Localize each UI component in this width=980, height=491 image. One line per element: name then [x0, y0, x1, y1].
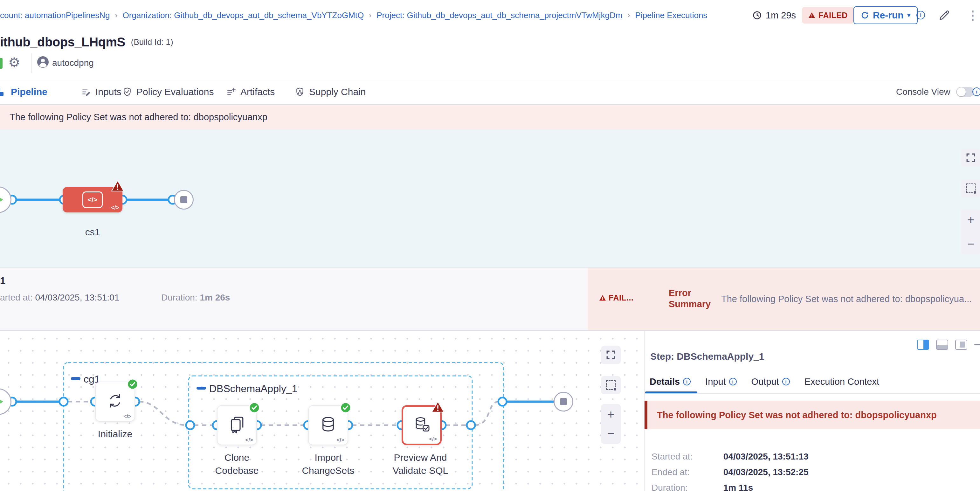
tab-input-label: Input: [705, 377, 726, 387]
refresh-icon: [861, 11, 869, 20]
step-label-import-changesets: Import ChangeSets: [293, 451, 363, 477]
stage-started-at: arted at: 04/03/2025, 13:51:01: [0, 292, 119, 303]
stop-icon: [560, 398, 567, 405]
canvas-fullscreen-button[interactable]: [961, 148, 980, 167]
pipeline-execution-page: count: automationPipelinesNg › Organizat…: [0, 0, 980, 491]
code-glyph: </>: [88, 196, 97, 203]
duration-label: Duration:: [161, 292, 197, 302]
exec-select-button[interactable]: [601, 376, 621, 394]
tab-artifacts-label: Artifacts: [240, 86, 275, 97]
error-summary-label: Error Summary: [669, 288, 719, 310]
code-glyph: </>: [429, 436, 437, 442]
trigger-user-label: autocdpng: [52, 58, 94, 68]
code-glyph: </>: [111, 205, 119, 211]
breadcrumb-organization[interactable]: Organization: Github_db_devops_aut_db_sc…: [123, 11, 364, 21]
rerun-button[interactable]: Re-run ▾: [853, 6, 918, 24]
meta-bar: ⚙ autocdpng: [0, 53, 980, 79]
step-detail-tabs: Details i Input i Output i Execution Con…: [650, 370, 879, 393]
breadcrumb-account[interactable]: count: automationPipelinesNg: [0, 11, 110, 21]
stage-failed-badge-icon: [111, 180, 124, 192]
execution-info-icon[interactable]: i: [916, 11, 925, 19]
zoom-in-button[interactable]: +: [607, 409, 614, 420]
ended-at-value: 04/03/2025, 13:52:25: [723, 467, 808, 477]
breadcrumb: count: automationPipelinesNg › Organizat…: [0, 0, 707, 30]
breadcrumb-separator: ›: [115, 11, 117, 20]
console-view-toggle[interactable]: [956, 87, 974, 97]
policy-banner-message: The following Policy Set was not adhered…: [10, 112, 267, 122]
step-label-initialize: Initialize: [80, 427, 150, 440]
input-info-icon[interactable]: i: [729, 378, 737, 385]
step-node-initialize[interactable]: </>: [95, 381, 135, 422]
pipeline-icon: [0, 86, 6, 97]
console-view-label: Console View: [896, 87, 950, 97]
custom-stage-icon: </>: [82, 191, 103, 208]
fullscreen-icon: [966, 153, 976, 163]
tab-artifacts[interactable]: Artifacts: [226, 79, 275, 105]
top-bar: count: automationPipelinesNg › Organizat…: [0, 0, 980, 30]
step-node-import-changesets[interactable]: </>: [308, 405, 348, 445]
layout-right-icon[interactable]: [917, 340, 929, 350]
group-dbschemaapply-label: DBSchemaApply_1: [209, 383, 297, 395]
stage-node-label: cs1: [63, 227, 123, 238]
breadcrumb-project[interactable]: Project: Github_db_devops_aut_db_schema_…: [377, 11, 622, 21]
stage-node-cs1[interactable]: </> </>: [63, 187, 123, 213]
fullscreen-icon: [606, 350, 616, 360]
success-badge-icon: [340, 402, 352, 413]
chevron-down-icon: ▾: [907, 11, 911, 19]
duration-label: Duration:: [652, 483, 721, 491]
breadcrumb-pipeline-executions[interactable]: Pipeline Executions: [635, 11, 707, 21]
code-glyph: </>: [336, 437, 344, 443]
panel-minimize-button[interactable]: [974, 344, 980, 345]
tab-policy-evaluations-label: Policy Evaluations: [137, 86, 214, 97]
edit-pipeline-icon[interactable]: [938, 9, 951, 22]
tab-policy-evaluations[interactable]: Policy Evaluations: [123, 79, 214, 105]
user-avatar-icon: [37, 56, 49, 68]
elapsed-time: 1m 29s: [752, 0, 796, 30]
selection-icon: [966, 183, 975, 193]
success-badge-icon: [249, 402, 260, 413]
tab-details[interactable]: Details i: [650, 377, 690, 387]
details-info-icon[interactable]: i: [683, 378, 690, 385]
stage-summary-bar: 1 arted at: 04/03/2025, 13:51:01 Duratio…: [0, 267, 980, 330]
started-at-label: arted at:: [0, 292, 33, 302]
detail-row-started: Started at: 04/03/2025, 13:51:13: [652, 451, 808, 462]
zoom-in-button[interactable]: +: [967, 215, 974, 225]
tab-input[interactable]: Input i: [705, 377, 737, 387]
tab-pipeline-label: Pipeline: [11, 86, 48, 97]
tab-supply-chain-label: Supply Chain: [309, 86, 366, 97]
group-dbschemaapply-collapse-button[interactable]: [197, 387, 206, 389]
zoom-out-button[interactable]: −: [967, 238, 974, 249]
output-info-icon[interactable]: i: [782, 378, 790, 385]
tab-output-label: Output: [751, 377, 779, 387]
stage-graph-connectors: [0, 129, 980, 267]
execution-detail-split: cg1 DBSchemaApply_1 </> Initialize </>: [0, 330, 980, 491]
list-plus-icon: [226, 87, 236, 97]
canvas-select-button[interactable]: [961, 179, 980, 197]
stop-icon: [180, 196, 187, 203]
sync-icon: [105, 391, 125, 410]
group-cg1-collapse-button[interactable]: [71, 377, 80, 380]
tab-output[interactable]: Output i: [751, 377, 790, 387]
build-id-label: (Build Id: 1): [131, 37, 173, 47]
code-glyph: </>: [245, 437, 253, 443]
started-at-label: Started at:: [652, 451, 721, 462]
tab-supply-chain[interactable]: Supply Chain: [295, 79, 366, 105]
tab-pipeline[interactable]: Pipeline: [0, 79, 48, 105]
gear-icon[interactable]: ⚙: [8, 55, 20, 70]
layout-bottom-icon[interactable]: [936, 340, 948, 350]
detail-row-duration: Duration: 1m 11s: [652, 483, 753, 491]
layout-floating-icon[interactable]: [955, 340, 967, 350]
zoom-out-button[interactable]: −: [607, 428, 614, 439]
tab-execution-context[interactable]: Execution Context: [805, 377, 879, 387]
console-view-info-icon[interactable]: i: [972, 87, 980, 96]
step-node-clone-codebase[interactable]: </>: [217, 405, 257, 445]
tab-inputs[interactable]: Inputs: [81, 79, 121, 105]
exec-fullscreen-button[interactable]: [601, 346, 621, 364]
code-glyph: </>: [123, 413, 131, 420]
detail-row-ended: Ended at: 04/03/2025, 13:52:25: [652, 467, 808, 477]
database-check-icon: [412, 415, 431, 434]
stage-name-label: 1: [0, 275, 5, 287]
shield-nodes-icon: [295, 87, 305, 97]
more-options-icon[interactable]: ⋮: [967, 0, 979, 30]
step-node-preview-validate-sql[interactable]: </>: [402, 405, 442, 445]
